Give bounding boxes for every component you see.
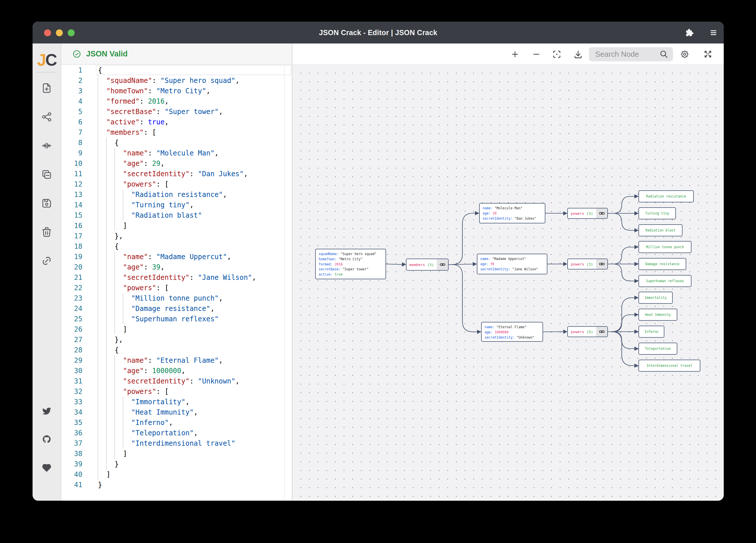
code-line: 2 "squadName": "Super hero squad", — [61, 75, 292, 86]
twitter-icon — [41, 406, 52, 416]
code-text: "age": 39, — [98, 262, 165, 272]
code-line: 30 "age": 1000000, — [61, 366, 292, 376]
graph-toolbar — [292, 44, 724, 65]
line-number: 19 — [61, 252, 82, 262]
graph-node-text[interactable]: Heat Immunity — [638, 308, 677, 321]
new-document-button[interactable] — [41, 82, 52, 94]
graph-node-parent[interactable]: members (3) — [406, 259, 449, 271]
graph-node-text[interactable]: Radiation resistance — [638, 190, 694, 203]
line-number: 1 — [61, 65, 82, 75]
share-button[interactable] — [41, 111, 52, 123]
delete-button[interactable] — [41, 226, 52, 238]
graph-node-text[interactable]: Teleportation — [638, 342, 677, 355]
graph-node-parent[interactable]: powers (3) — [567, 259, 608, 270]
app-window: JSON Crack - Editor | JSON Crack JC — [33, 22, 724, 501]
save-button[interactable] — [41, 198, 52, 209]
line-number: 9 — [61, 148, 82, 158]
code-text: "formed": 2016, — [98, 96, 169, 107]
code-text: "Superhuman reflexes" — [98, 314, 219, 324]
line-number: 32 — [61, 386, 82, 397]
graph-node-text[interactable]: Radiation blast — [638, 224, 683, 237]
code-text: "age": 1000000, — [98, 366, 185, 376]
code-text: "name": "Madame Uppercut", — [98, 252, 231, 262]
sponsor-link[interactable] — [41, 463, 52, 473]
expand-collapse-button[interactable] — [596, 259, 607, 269]
line-number: 7 — [61, 127, 82, 138]
graph-edge — [608, 315, 638, 332]
code-line: 33 "Immortality", — [61, 397, 292, 407]
sidebar: JC — [33, 44, 61, 501]
zoom-out-button[interactable] — [530, 44, 543, 65]
node-row: formed: 2016 — [319, 262, 385, 267]
graph-edge — [545, 213, 567, 214]
line-number: 35 — [61, 417, 82, 428]
line-number: 41 — [61, 480, 82, 490]
copy-button[interactable] — [41, 169, 52, 180]
github-link[interactable] — [41, 434, 52, 445]
download-button[interactable] — [572, 44, 584, 65]
graph-node-text[interactable]: Immortality — [638, 291, 673, 304]
code-line: 37 "Interdimensional travel" — [61, 438, 292, 449]
menu-icon[interactable] — [710, 29, 717, 37]
code-text: "members": [ — [98, 127, 156, 138]
download-icon — [573, 50, 583, 59]
line-number: 20 — [61, 262, 82, 272]
graph-node-text[interactable]: Inferno — [638, 325, 664, 338]
graph-node-text[interactable]: Damage resistance — [638, 258, 686, 270]
focus-view-button[interactable] — [550, 44, 563, 65]
code-text: "powers": [ — [98, 386, 169, 397]
line-number: 4 — [61, 96, 82, 107]
twitter-link[interactable] — [41, 406, 52, 416]
link-icon — [41, 255, 52, 267]
focus-icon — [552, 50, 562, 59]
code-line: 6 "active": true, — [61, 117, 292, 127]
puzzle-icon[interactable] — [685, 28, 694, 37]
graph-edge — [608, 332, 638, 349]
app-logo[interactable]: JC — [33, 50, 61, 69]
graph-node-parent[interactable]: powers (3) — [567, 208, 608, 219]
minus-icon — [532, 50, 541, 59]
expand-collapse-button[interactable] — [437, 259, 448, 270]
chain-link-icon — [599, 211, 605, 216]
code-text: "Radiation resistance", — [98, 190, 227, 200]
line-number: 40 — [61, 469, 82, 480]
graph-node-parent[interactable]: powers (5) — [567, 326, 608, 337]
search-icon[interactable] — [659, 50, 668, 59]
share-link-button[interactable] — [41, 255, 52, 267]
zoom-in-button[interactable] — [509, 44, 521, 65]
line-number: 27 — [61, 334, 82, 345]
code-line: 21 "secretIdentity": "Jane Wilson", — [61, 272, 292, 283]
code-line: 32 "powers": [ — [61, 386, 292, 397]
graph-node-text[interactable]: Turning tiny — [638, 207, 676, 220]
line-number: 3 — [61, 86, 82, 96]
code-editor[interactable]: 1{2 "squadName": "Super hero squad",3 "h… — [61, 65, 292, 500]
code-text: "secretIdentity": "Unknown", — [98, 376, 239, 386]
graph-node-text[interactable]: Interdimensional travel — [638, 359, 700, 372]
node-row: name: "Madame Uppercut" — [480, 257, 547, 262]
code-line: 1{ — [61, 65, 292, 75]
search-input[interactable] — [589, 50, 659, 59]
graph-edge — [608, 247, 638, 264]
graph-node-object[interactable]: name: "Eternal Flame"age: 1000000secretI… — [481, 322, 543, 342]
code-text: "name": "Molecule Man", — [98, 148, 219, 158]
code-text: "name": "Eternal Flame", — [98, 355, 223, 366]
center-view-button[interactable] — [41, 140, 52, 152]
graph-canvas[interactable]: squadName: "Super hero squad"homeTown: "… — [292, 65, 724, 500]
json-valid-label: JSON Valid — [86, 50, 128, 58]
expand-collapse-button[interactable] — [596, 209, 607, 218]
expand-collapse-button[interactable] — [596, 327, 607, 336]
graph-node-text[interactable]: Superhuman reflexes — [638, 275, 691, 287]
graph-node-object[interactable]: squadName: "Super hero squad"homeTown: "… — [315, 249, 386, 279]
code-text: { — [98, 65, 102, 75]
graph-node-object[interactable]: name: "Molecule Man"age: 29secretIdentit… — [479, 203, 545, 224]
code-text: "Immortality", — [98, 397, 190, 407]
settings-button[interactable] — [678, 44, 691, 65]
graph-node-object[interactable]: name: "Madame Uppercut"age: 39secretIden… — [477, 254, 547, 274]
code-line: 14 "Turning tiny", — [61, 200, 292, 210]
code-text: }, — [98, 334, 123, 345]
code-text: "age": 29, — [98, 158, 165, 169]
graph-node-text[interactable]: Million tonne punch — [638, 241, 691, 253]
code-line: 13 "Radiation resistance", — [61, 190, 292, 200]
fullscreen-button[interactable] — [702, 44, 714, 65]
code-text: } — [98, 480, 102, 490]
